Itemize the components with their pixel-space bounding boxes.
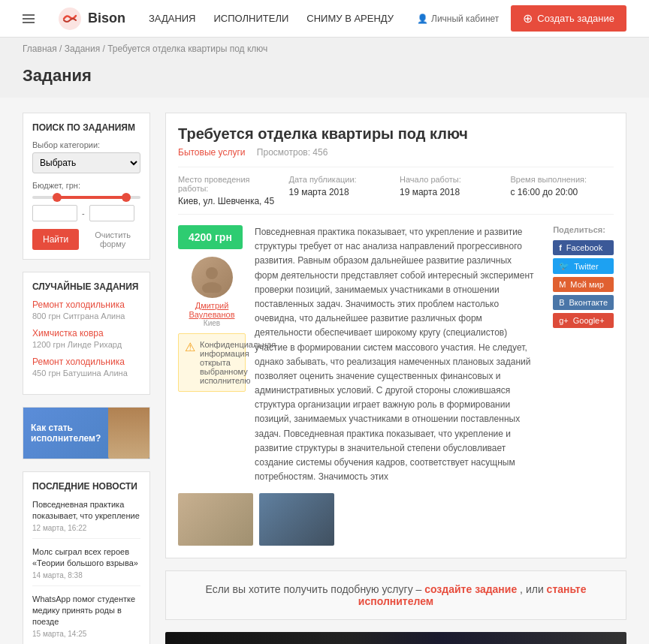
svg-point-0	[59, 8, 81, 30]
confidential-block: ⚠ Конфиденциальная информация открыта вы…	[178, 333, 246, 392]
google-icon: g+	[559, 316, 569, 325]
plus-icon: ⊕	[523, 11, 533, 26]
cta-text2: , или	[520, 583, 544, 595]
main-container: Поиск по заданиям Выбор категории: Выбра…	[0, 98, 649, 644]
social-myworld[interactable]: М Мой мир	[553, 277, 614, 292]
header: Bison ЗАДАНИЯ ИСПОЛНИТЕЛИ СНИМУ В АРЕНДУ…	[0, 0, 649, 38]
budget-slider[interactable]	[32, 196, 140, 199]
job-title: Требуется отделка квартиры под ключ	[178, 125, 614, 143]
search-section: Поиск по заданиям Выбор категории: Выбра…	[23, 113, 150, 260]
account-link[interactable]: 👤Личный кабинет	[417, 14, 499, 24]
warn-icon: ⚠	[185, 340, 195, 354]
job-body: 4200 грн Дмитрий Ваулеванов Киев	[178, 225, 614, 484]
job-meta-publish-date: Дата публикации: 19 марта 2018	[289, 175, 393, 206]
content: Требуется отделка квартиры под ключ Быто…	[165, 113, 626, 644]
sidebar: Поиск по заданиям Выбор категории: Выбра…	[23, 113, 150, 644]
job-photo-1[interactable]	[178, 493, 253, 546]
avatar	[192, 257, 233, 298]
cta-block: Если вы хотите получить подобную услугу …	[165, 570, 626, 620]
logo-text: Bison	[88, 11, 125, 26]
nav-tasks[interactable]: ЗАДАНИЯ	[149, 13, 196, 24]
social-google[interactable]: g+ Google+	[553, 313, 614, 328]
random-jobs-section: СЛУЧАЙНЫЕ ЗАДАНИЯ Ремонт холодильника 80…	[23, 272, 150, 395]
category-label: Выбор категории:	[32, 140, 140, 149]
random-jobs-title: СЛУЧАЙНЫЕ ЗАДАНИЯ	[32, 281, 140, 292]
cta-text: Если вы хотите получить подобную услугу …	[205, 583, 421, 595]
social-share-label: Поделиться:	[553, 225, 614, 234]
breadcrumb-current: Требуется отделка квартиры под ключ	[107, 44, 267, 54]
job-meta-duration: Время выполнения: с 16:00 до 20:00	[511, 175, 614, 206]
job-left-col: 4200 грн Дмитрий Ваулеванов Киев	[178, 225, 246, 484]
random-job-link-1[interactable]: Химчистка ковра	[32, 328, 140, 339]
job-category: Бытовые услуги Просмотров: 456	[178, 147, 614, 158]
find-button[interactable]: Найти	[32, 229, 79, 250]
performer-city: Киев	[204, 319, 220, 327]
random-job-item: Ремонт холодильника 800 грн Ситграна Али…	[32, 299, 140, 320]
social-facebook[interactable]: f Facebook	[553, 240, 614, 255]
random-job-meta-2: 450 грн Батушина Алина	[32, 369, 140, 378]
social-vk[interactable]: В Вконтакте	[553, 295, 614, 310]
svg-point-2	[202, 282, 222, 293]
news-section: ПОСЛЕДНИЕ НОВОСТИ Повседневная практика …	[23, 471, 150, 644]
twitter-icon: 🐦	[559, 261, 569, 271]
job-description: Повседневная практика показывает, что ук…	[255, 225, 535, 484]
category-select[interactable]: Выбрать	[32, 152, 140, 173]
random-job-meta-1: 1200 грн Линде Рихард	[32, 340, 140, 349]
svg-point-1	[206, 267, 218, 279]
job-photo-2[interactable]	[259, 493, 334, 546]
header-right: 👤Личный кабинет ⊕ Создать задание	[417, 5, 626, 32]
myworld-icon: М	[559, 280, 566, 289]
random-job-meta-0: 800 грн Ситграна Алина	[32, 311, 140, 320]
random-job-link-0[interactable]: Ремонт холодильника	[32, 299, 140, 310]
avatar-block: Дмитрий Ваулеванов Киев	[178, 257, 246, 327]
job-card: Требуется отделка квартиры под ключ Быто…	[165, 113, 626, 558]
logo-icon	[58, 7, 82, 31]
budget-min-input[interactable]: 200	[32, 205, 77, 221]
vk-icon: В	[559, 298, 564, 307]
logo[interactable]: Bison	[58, 7, 125, 31]
budget-inputs: 200 - 4500	[32, 205, 140, 221]
random-job-item: Химчистка ковра 1200 грн Линде Рихард	[32, 328, 140, 349]
news-item-1: Молс сыграл всех героев «Теории большого…	[32, 546, 140, 586]
avatar-image	[197, 263, 227, 293]
job-photos	[178, 493, 614, 546]
job-price: 4200 грн	[178, 225, 243, 249]
job-category-link[interactable]: Бытовые услуги	[178, 147, 246, 158]
random-job-item: Ремонт холодильника 450 грн Батушина Али…	[32, 357, 140, 378]
search-title: Поиск по заданиям	[32, 122, 140, 133]
breadcrumb: Главная / Задания / Требуется отделка кв…	[0, 38, 649, 60]
page-title-bar: Задания	[0, 60, 649, 98]
news-item-0: Повседневная практика показывает, что ук…	[32, 499, 140, 539]
nav-performers[interactable]: ИСПОЛНИТЕЛИ	[214, 13, 289, 24]
job-meta-grid: Место проведения работы: Киев, ул. Шевче…	[178, 167, 614, 215]
become-performer-text: Как стать исполнителем?	[31, 423, 142, 444]
advertisement-banner: KOTOBOKKA STORMTROOPERS ARTX★ WWW.ARTX08…	[165, 632, 626, 644]
budget-label: Бюджет, грн:	[32, 181, 140, 190]
budget-max-input[interactable]: 4500	[89, 205, 134, 221]
clear-button[interactable]: Очистить форму	[85, 230, 140, 248]
nav-rent[interactable]: СНИМУ В АРЕНДУ	[306, 13, 394, 24]
job-meta-start-date: Начало работы: 19 марта 2018	[400, 175, 503, 206]
main-nav: ЗАДАНИЯ ИСПОЛНИТЕЛИ СНИМУ В АРЕНДУ	[149, 13, 394, 24]
breadcrumb-home[interactable]: Главная	[23, 44, 57, 54]
random-job-link-2[interactable]: Ремонт холодильника	[32, 357, 140, 367]
job-views: Просмотров: 456	[257, 147, 328, 158]
social-share: Поделиться: f Facebook 🐦 Twitter М Мой м…	[553, 225, 614, 484]
performer-name[interactable]: Дмитрий Ваулеванов	[178, 301, 246, 319]
facebook-icon: f	[559, 243, 562, 252]
become-performer-banner[interactable]: Как стать исполнителем?	[23, 407, 150, 459]
menu-icon[interactable]	[23, 14, 35, 23]
cta-link-create[interactable]: создайте задание	[424, 583, 517, 595]
job-meta-location: Место проведения работы: Киев, ул. Шевче…	[178, 175, 282, 206]
news-item-2: WhatsApp помог студентке медику принять …	[32, 594, 140, 644]
page-title: Задания	[23, 66, 626, 86]
breadcrumb-tasks[interactable]: Задания	[65, 44, 100, 54]
create-task-button[interactable]: ⊕ Создать задание	[511, 5, 626, 32]
news-title: ПОСЛЕДНИЕ НОВОСТИ	[32, 481, 140, 492]
social-twitter[interactable]: 🐦 Twitter	[553, 258, 614, 274]
